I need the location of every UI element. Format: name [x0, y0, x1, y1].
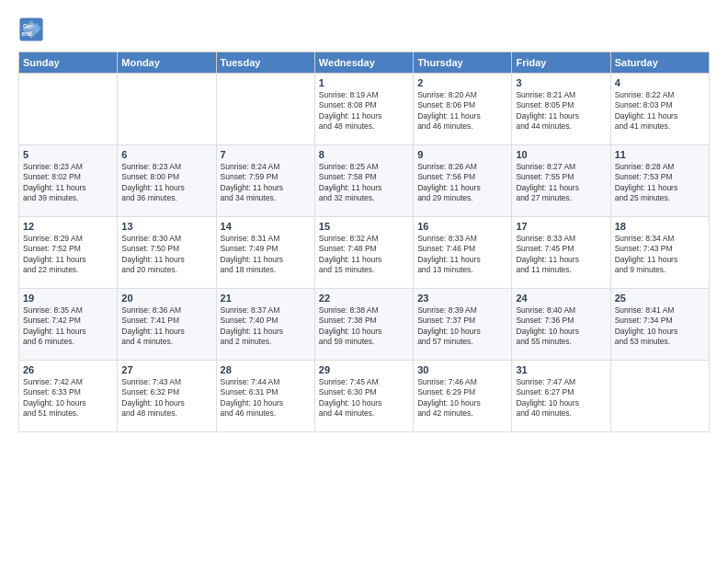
col-header-wednesday: Wednesday	[314, 52, 413, 74]
day-number: 8	[319, 149, 409, 160]
day-info: Sunrise: 8:23 AM Sunset: 8:00 PM Dayligh…	[121, 162, 211, 204]
day-info: Sunrise: 8:27 AM Sunset: 7:55 PM Dayligh…	[516, 162, 606, 204]
logo-icon: Gen eral	[18, 17, 44, 42]
day-info: Sunrise: 8:25 AM Sunset: 7:58 PM Dayligh…	[319, 162, 409, 204]
calendar-cell: 9Sunrise: 8:26 AM Sunset: 7:56 PM Daylig…	[414, 145, 512, 217]
logo: Gen eral	[18, 17, 48, 42]
day-info: Sunrise: 8:29 AM Sunset: 7:52 PM Dayligh…	[23, 234, 113, 276]
day-number: 14	[221, 221, 311, 232]
calendar-cell	[610, 361, 709, 432]
day-info: Sunrise: 8:34 AM Sunset: 7:43 PM Dayligh…	[615, 234, 705, 276]
page: Gen eral SundayMondayTuesdayWednesdayThu…	[0, 0, 728, 563]
day-number: 15	[319, 221, 409, 232]
day-info: Sunrise: 7:43 AM Sunset: 6:32 PM Dayligh…	[121, 377, 211, 419]
day-info: Sunrise: 8:28 AM Sunset: 7:53 PM Dayligh…	[615, 162, 705, 204]
calendar-cell: 19Sunrise: 8:35 AM Sunset: 7:42 PM Dayli…	[19, 289, 118, 361]
day-info: Sunrise: 8:20 AM Sunset: 8:06 PM Dayligh…	[417, 90, 507, 132]
day-number: 24	[516, 293, 606, 304]
calendar-cell: 13Sunrise: 8:30 AM Sunset: 7:50 PM Dayli…	[118, 217, 216, 289]
day-info: Sunrise: 8:26 AM Sunset: 7:56 PM Dayligh…	[417, 162, 507, 204]
day-info: Sunrise: 8:33 AM Sunset: 7:46 PM Dayligh…	[417, 234, 507, 276]
calendar-cell: 5Sunrise: 8:23 AM Sunset: 8:02 PM Daylig…	[19, 145, 118, 217]
day-number: 25	[615, 293, 705, 304]
day-number: 3	[516, 77, 606, 88]
calendar-cell: 31Sunrise: 7:47 AM Sunset: 6:27 PM Dayli…	[512, 361, 610, 432]
day-number: 30	[417, 364, 507, 375]
day-info: Sunrise: 8:40 AM Sunset: 7:36 PM Dayligh…	[516, 305, 606, 348]
day-number: 9	[417, 149, 507, 160]
calendar-cell: 24Sunrise: 8:40 AM Sunset: 7:36 PM Dayli…	[512, 289, 610, 361]
day-number: 29	[319, 364, 409, 375]
calendar-cell: 2Sunrise: 8:20 AM Sunset: 8:06 PM Daylig…	[414, 74, 512, 145]
day-number: 13	[121, 221, 211, 232]
calendar-week-5: 26Sunrise: 7:42 AM Sunset: 6:33 PM Dayli…	[19, 361, 710, 432]
calendar-cell: 6Sunrise: 8:23 AM Sunset: 8:00 PM Daylig…	[118, 145, 216, 217]
day-number: 2	[417, 77, 507, 88]
day-number: 28	[221, 364, 311, 375]
calendar-cell: 7Sunrise: 8:24 AM Sunset: 7:59 PM Daylig…	[216, 145, 314, 217]
day-info: Sunrise: 8:36 AM Sunset: 7:41 PM Dayligh…	[121, 305, 211, 348]
calendar-cell: 15Sunrise: 8:32 AM Sunset: 7:48 PM Dayli…	[314, 217, 413, 289]
day-number: 21	[221, 293, 311, 304]
calendar-week-4: 19Sunrise: 8:35 AM Sunset: 7:42 PM Dayli…	[19, 289, 710, 361]
calendar-cell: 18Sunrise: 8:34 AM Sunset: 7:43 PM Dayli…	[610, 217, 709, 289]
day-info: Sunrise: 8:41 AM Sunset: 7:34 PM Dayligh…	[615, 305, 705, 348]
day-number: 4	[615, 77, 705, 88]
day-info: Sunrise: 8:22 AM Sunset: 8:03 PM Dayligh…	[615, 90, 705, 132]
calendar-cell: 14Sunrise: 8:31 AM Sunset: 7:49 PM Dayli…	[216, 217, 314, 289]
col-header-monday: Monday	[118, 52, 216, 74]
calendar-cell: 10Sunrise: 8:27 AM Sunset: 7:55 PM Dayli…	[512, 145, 610, 217]
calendar-cell: 28Sunrise: 7:44 AM Sunset: 6:31 PM Dayli…	[216, 361, 314, 432]
day-number: 18	[615, 221, 705, 232]
calendar-cell	[19, 74, 118, 145]
calendar-cell: 20Sunrise: 8:36 AM Sunset: 7:41 PM Dayli…	[118, 289, 216, 361]
day-number: 22	[319, 293, 409, 304]
day-number: 5	[23, 149, 113, 160]
calendar-cell	[118, 74, 216, 145]
calendar-cell: 26Sunrise: 7:42 AM Sunset: 6:33 PM Dayli…	[19, 361, 118, 432]
calendar-cell: 11Sunrise: 8:28 AM Sunset: 7:53 PM Dayli…	[610, 145, 709, 217]
day-number: 31	[516, 364, 606, 375]
day-info: Sunrise: 7:44 AM Sunset: 6:31 PM Dayligh…	[221, 377, 311, 419]
col-header-thursday: Thursday	[414, 52, 512, 74]
col-header-friday: Friday	[512, 52, 610, 74]
day-info: Sunrise: 8:31 AM Sunset: 7:49 PM Dayligh…	[221, 234, 311, 276]
calendar-cell: 25Sunrise: 8:41 AM Sunset: 7:34 PM Dayli…	[610, 289, 709, 361]
day-info: Sunrise: 8:23 AM Sunset: 8:02 PM Dayligh…	[23, 162, 113, 204]
calendar-cell: 3Sunrise: 8:21 AM Sunset: 8:05 PM Daylig…	[512, 74, 610, 145]
calendar-cell	[216, 74, 314, 145]
calendar-table: SundayMondayTuesdayWednesdayThursdayFrid…	[18, 52, 710, 432]
svg-text:eral: eral	[22, 30, 32, 37]
calendar-cell: 22Sunrise: 8:38 AM Sunset: 7:38 PM Dayli…	[314, 289, 413, 361]
col-header-tuesday: Tuesday	[216, 52, 314, 74]
day-info: Sunrise: 8:38 AM Sunset: 7:38 PM Dayligh…	[319, 305, 409, 348]
day-number: 20	[121, 293, 211, 304]
calendar-cell: 30Sunrise: 7:46 AM Sunset: 6:29 PM Dayli…	[414, 361, 512, 432]
day-number: 11	[615, 149, 705, 160]
calendar-cell: 27Sunrise: 7:43 AM Sunset: 6:32 PM Dayli…	[118, 361, 216, 432]
calendar-week-3: 12Sunrise: 8:29 AM Sunset: 7:52 PM Dayli…	[19, 217, 710, 289]
day-number: 6	[121, 149, 211, 160]
calendar-cell: 1Sunrise: 8:19 AM Sunset: 8:08 PM Daylig…	[314, 74, 413, 145]
day-info: Sunrise: 8:32 AM Sunset: 7:48 PM Dayligh…	[319, 234, 409, 276]
header-row: SundayMondayTuesdayWednesdayThursdayFrid…	[19, 52, 710, 74]
day-number: 12	[23, 221, 113, 232]
day-number: 26	[23, 364, 113, 375]
day-number: 16	[417, 221, 507, 232]
day-info: Sunrise: 8:24 AM Sunset: 7:59 PM Dayligh…	[221, 162, 311, 204]
col-header-sunday: Sunday	[19, 52, 118, 74]
day-info: Sunrise: 7:47 AM Sunset: 6:27 PM Dayligh…	[516, 377, 606, 419]
header: Gen eral	[18, 17, 710, 42]
calendar-cell: 4Sunrise: 8:22 AM Sunset: 8:03 PM Daylig…	[610, 74, 709, 145]
col-header-saturday: Saturday	[610, 52, 709, 74]
day-number: 10	[516, 149, 606, 160]
calendar-cell: 17Sunrise: 8:33 AM Sunset: 7:45 PM Dayli…	[512, 217, 610, 289]
calendar-cell: 21Sunrise: 8:37 AM Sunset: 7:40 PM Dayli…	[216, 289, 314, 361]
day-info: Sunrise: 7:45 AM Sunset: 6:30 PM Dayligh…	[319, 377, 409, 419]
calendar-cell: 8Sunrise: 8:25 AM Sunset: 7:58 PM Daylig…	[314, 145, 413, 217]
day-number: 23	[417, 293, 507, 304]
calendar-cell: 29Sunrise: 7:45 AM Sunset: 6:30 PM Dayli…	[314, 361, 413, 432]
day-info: Sunrise: 8:19 AM Sunset: 8:08 PM Dayligh…	[319, 90, 409, 132]
day-number: 1	[319, 77, 409, 88]
day-info: Sunrise: 8:30 AM Sunset: 7:50 PM Dayligh…	[121, 234, 211, 276]
